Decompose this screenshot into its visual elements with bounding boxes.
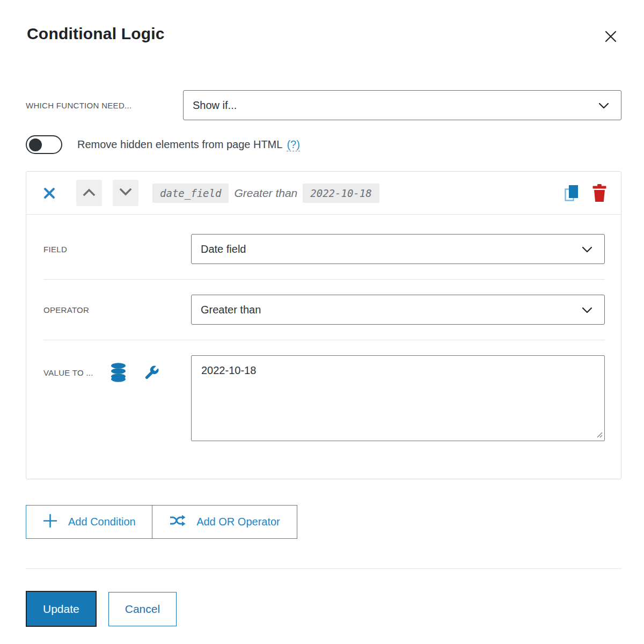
conditional-logic-dialog: Conditional Logic WHICH FUNCTION NEED...… <box>0 0 644 644</box>
add-or-operator-label: Add OR Operator <box>196 516 280 528</box>
divider <box>43 340 605 340</box>
value-textarea[interactable]: 2022-10-18 <box>191 355 605 441</box>
help-link[interactable]: (?) <box>287 138 299 151</box>
move-down-button[interactable] <box>113 180 138 206</box>
chevron-down-icon <box>119 188 132 197</box>
summary-value-tag: 2022-10-18 <box>303 184 379 203</box>
plus-icon <box>43 514 57 531</box>
add-condition-label: Add Condition <box>68 516 136 528</box>
field-row: FIELD Date field <box>43 234 605 264</box>
field-select[interactable]: Date field <box>191 234 605 264</box>
condition-card-body: FIELD Date field OPERATOR Greater than <box>26 215 621 479</box>
value-row: VALUE TO ... <box>43 355 605 441</box>
operator-select-value: Greater than <box>201 304 261 316</box>
divider <box>43 279 605 280</box>
remove-hidden-label: Remove hidden elements from page HTML <box>77 138 282 151</box>
dialog-footer: Update Cancel <box>26 591 621 627</box>
summary-field-tag: date_field <box>152 184 229 203</box>
toggle-knob <box>29 138 42 151</box>
function-row: WHICH FUNCTION NEED... Show if... <box>26 90 621 120</box>
add-condition-button[interactable]: Add Condition <box>26 505 153 539</box>
chevron-down-icon <box>582 243 592 255</box>
chevron-down-icon <box>582 304 592 316</box>
function-select[interactable]: Show if... <box>183 90 621 120</box>
condition-card-header: date_field Greater than 2022-10-18 <box>26 172 621 215</box>
database-icon <box>109 376 127 384</box>
blue-x-icon <box>42 194 56 202</box>
operator-row: OPERATOR Greater than <box>43 295 605 325</box>
move-up-button[interactable] <box>76 180 102 206</box>
remove-hidden-toggle[interactable] <box>26 135 62 154</box>
operator-select[interactable]: Greater than <box>191 295 605 325</box>
field-select-value: Date field <box>201 243 246 255</box>
summary-operator-text: Greater than <box>234 187 297 200</box>
copy-icon <box>564 196 580 204</box>
dialog-header: Conditional Logic <box>26 25 621 47</box>
delete-condition-button[interactable] <box>591 183 608 203</box>
remove-condition-button[interactable] <box>39 184 60 202</box>
update-button[interactable]: Update <box>26 591 97 627</box>
operator-label: OPERATOR <box>43 305 191 314</box>
remove-hidden-row: Remove hidden elements from page HTML (?… <box>26 135 621 154</box>
page-title: Conditional Logic <box>26 25 165 43</box>
duplicate-condition-button[interactable] <box>563 183 581 203</box>
add-or-operator-button[interactable]: Add OR Operator <box>152 505 297 539</box>
chevron-up-icon <box>83 188 96 197</box>
close-button[interactable] <box>600 26 621 47</box>
field-label: FIELD <box>43 245 191 254</box>
function-select-value: Show if... <box>193 99 237 112</box>
close-icon <box>602 39 619 47</box>
shuffle-icon <box>169 514 186 530</box>
trash-icon <box>592 195 607 203</box>
divider <box>26 568 621 569</box>
condition-card: date_field Greater than 2022-10-18 <box>26 171 621 479</box>
function-label: WHICH FUNCTION NEED... <box>26 101 183 110</box>
condition-actions: Add Condition Add OR Operator <box>26 505 621 539</box>
chevron-down-icon <box>598 99 609 112</box>
value-label: VALUE TO ... <box>43 368 93 377</box>
cancel-button[interactable]: Cancel <box>108 592 177 626</box>
advanced-value-button[interactable] <box>143 364 160 381</box>
wrench-icon <box>143 375 160 383</box>
data-source-button[interactable] <box>109 363 127 382</box>
